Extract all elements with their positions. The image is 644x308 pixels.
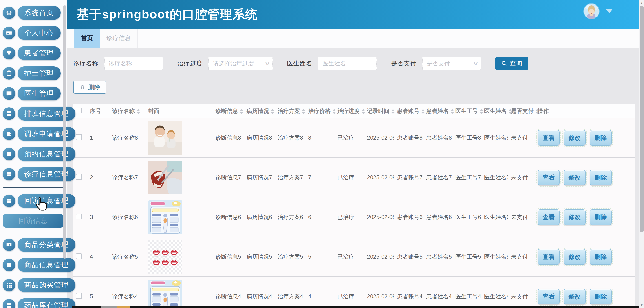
edit-button[interactable]: 修改 bbox=[564, 130, 586, 146]
treatment-name-input[interactable] bbox=[104, 57, 163, 70]
sidebar-item-doctor-mgmt[interactable]: 医生管理 bbox=[3, 87, 67, 100]
user-menu[interactable] bbox=[584, 3, 612, 19]
sidebar-item-treatment-info-mgmt[interactable]: 诊疗信息管理 bbox=[3, 167, 67, 181]
sort-icons[interactable] bbox=[240, 109, 244, 114]
cover-image-health-poster bbox=[148, 280, 182, 308]
sidebar-scrollbar[interactable] bbox=[62, 0, 67, 308]
sidebar-item-personal-center[interactable]: 个人中心 bbox=[3, 26, 67, 40]
column-header: 操作 bbox=[535, 105, 634, 118]
cell-doctor_name: 医生姓名6 bbox=[482, 197, 508, 237]
sidebar-item-label: 患者管理 bbox=[18, 46, 61, 60]
workspace: 诊疗名称 治疗进度 ∨ 医生姓名 是否支付 ∨ bbox=[67, 48, 639, 308]
cell-name: 诊疗名称4 bbox=[110, 277, 146, 308]
cell-price: 4 bbox=[306, 277, 334, 308]
row-checkbox[interactable] bbox=[76, 293, 82, 299]
cell-price: 5 bbox=[306, 237, 334, 277]
tab-treatment-info[interactable]: 诊疗信息 bbox=[100, 29, 138, 47]
sidebar-item-product-purchase-mgmt[interactable]: 商品购买管理 bbox=[3, 278, 67, 292]
cell-doctor_no: 医生工号5 bbox=[453, 237, 482, 277]
grid-icon bbox=[3, 148, 15, 160]
sidebar-item-nurse-mgmt[interactable]: 护士管理 bbox=[3, 66, 67, 80]
column-header: 医生姓名 bbox=[482, 105, 508, 118]
ticket-icon bbox=[3, 239, 15, 251]
progress-select-input[interactable] bbox=[208, 57, 272, 70]
sidebar: 系统首页个人中心患者管理护士管理医生管理排班信息管理调班申请管理预约信息管理诊疗… bbox=[0, 0, 67, 308]
scroll-down-icon[interactable]: ▼ bbox=[639, 303, 644, 307]
cell-price: 7 bbox=[306, 157, 334, 197]
search-button[interactable]: 查询 bbox=[495, 57, 528, 70]
delete-row-button[interactable]: 删除 bbox=[590, 130, 612, 146]
delete-row-button[interactable]: 删除 bbox=[590, 170, 612, 185]
edit-button[interactable]: 修改 bbox=[564, 289, 586, 305]
doctor-name-input[interactable] bbox=[318, 57, 377, 70]
row-checkbox[interactable] bbox=[76, 253, 82, 259]
edit-button[interactable]: 修改 bbox=[564, 249, 586, 265]
sidebar-item-schedule-info-mgmt[interactable]: 排班信息管理 bbox=[3, 107, 67, 121]
delete-row-button[interactable]: 删除 bbox=[590, 209, 612, 225]
sidebar-item-followup-info-mgmt[interactable]: 回访信息管理 bbox=[3, 194, 67, 208]
row-checkbox[interactable] bbox=[76, 134, 82, 140]
sort-icons[interactable] bbox=[332, 109, 336, 114]
view-button[interactable]: 查看 bbox=[538, 170, 560, 185]
sidebar-item-shift-request-mgmt[interactable]: 调班申请管理 bbox=[3, 127, 67, 141]
row-checkbox[interactable] bbox=[76, 174, 82, 180]
cell-doctor_no: 医生工号6 bbox=[453, 197, 482, 237]
sidebar-item-patient-mgmt[interactable]: 患者管理 bbox=[3, 46, 67, 60]
sort-icons[interactable] bbox=[362, 109, 365, 114]
paid-select-input[interactable] bbox=[422, 57, 481, 70]
page-title: 基于springboot的口腔管理系统 bbox=[77, 6, 258, 23]
delete-button[interactable]: 删除 bbox=[73, 81, 106, 94]
sidebar-item-appointment-info-mgmt[interactable]: 预约信息管理 bbox=[3, 147, 67, 161]
column-header: 治疗方案 bbox=[275, 105, 306, 118]
sidebar-item-home[interactable]: 系统首页 bbox=[3, 6, 67, 20]
scroll-up-icon[interactable]: ▲ bbox=[639, 1, 644, 5]
sidebar-scrollbar-thumb[interactable] bbox=[63, 5, 66, 259]
select-all-checkbox[interactable] bbox=[76, 108, 82, 113]
sidebar-subitem-followup-info[interactable]: 回访信息 bbox=[3, 214, 64, 228]
edit-button[interactable]: 修改 bbox=[564, 170, 586, 185]
row-checkbox[interactable] bbox=[76, 214, 82, 219]
sort-icons[interactable] bbox=[271, 109, 274, 114]
avatar[interactable] bbox=[584, 3, 599, 19]
delete-button-label: 删除 bbox=[88, 83, 100, 91]
row-actions: 查看修改删除 bbox=[538, 209, 634, 225]
view-button[interactable]: 查看 bbox=[538, 289, 560, 305]
sort-icons[interactable] bbox=[450, 109, 454, 114]
cell-patient_name: 患者姓名6 bbox=[424, 197, 453, 237]
sidebar-item-product-info-mgmt[interactable]: 商品信息管理 bbox=[3, 258, 67, 272]
delete-row-button[interactable]: 删除 bbox=[590, 249, 612, 265]
paid-select[interactable]: ∨ bbox=[422, 57, 481, 70]
column-header: 治疗价格 bbox=[306, 105, 334, 118]
cell-time: 2025-02-08 bbox=[364, 157, 394, 197]
cell-time: 2025-02-08 bbox=[364, 197, 394, 237]
sort-icons[interactable] bbox=[391, 109, 395, 114]
view-button[interactable]: 查看 bbox=[538, 130, 560, 146]
tab-home[interactable]: 首页 bbox=[74, 29, 100, 47]
cell-plan: 治疗方案4 bbox=[275, 277, 306, 308]
delete-row-button[interactable]: 删除 bbox=[590, 289, 612, 305]
tab-bar: 首页诊疗信息 bbox=[67, 29, 639, 48]
filter-bar: 诊疗名称 治疗进度 ∨ 医生姓名 是否支付 ∨ bbox=[73, 56, 639, 70]
sidebar-item-product-category-mgmt[interactable]: 商品分类管理 bbox=[3, 238, 67, 252]
page-scrollbar[interactable]: ▲ ▼ bbox=[639, 0, 644, 308]
cell-diagnosis: 诊断信息7 bbox=[213, 157, 244, 197]
view-button[interactable]: 查看 bbox=[538, 209, 560, 225]
page-scrollbar-thumb[interactable] bbox=[640, 6, 644, 232]
wallet-icon bbox=[3, 128, 15, 140]
cell-paid: 未支付 bbox=[508, 118, 535, 157]
sort-icons[interactable] bbox=[421, 109, 425, 114]
table-header-row: 序号诊疗名称封面诊断信息病历情况治疗方案治疗价格治疗进度记录时间患者账号患者姓名… bbox=[73, 105, 634, 118]
progress-select[interactable]: ∨ bbox=[208, 57, 272, 70]
sort-icons[interactable] bbox=[302, 109, 306, 114]
cell-record: 病历情况6 bbox=[244, 197, 275, 237]
view-button[interactable]: 查看 bbox=[538, 249, 560, 265]
edit-button[interactable]: 修改 bbox=[564, 209, 586, 225]
sort-icons[interactable] bbox=[136, 109, 140, 114]
column-header: 记录时间 bbox=[364, 105, 394, 118]
sidebar-divider bbox=[3, 187, 64, 188]
cell-patient_account: 患者账号4 bbox=[394, 277, 424, 308]
card-icon bbox=[3, 27, 15, 39]
sidebar-item-drug-stock-mgmt[interactable]: 药品库存管理 bbox=[3, 298, 67, 308]
sidebar-item-label: 护士管理 bbox=[18, 66, 61, 80]
sort-icons[interactable] bbox=[480, 109, 483, 114]
